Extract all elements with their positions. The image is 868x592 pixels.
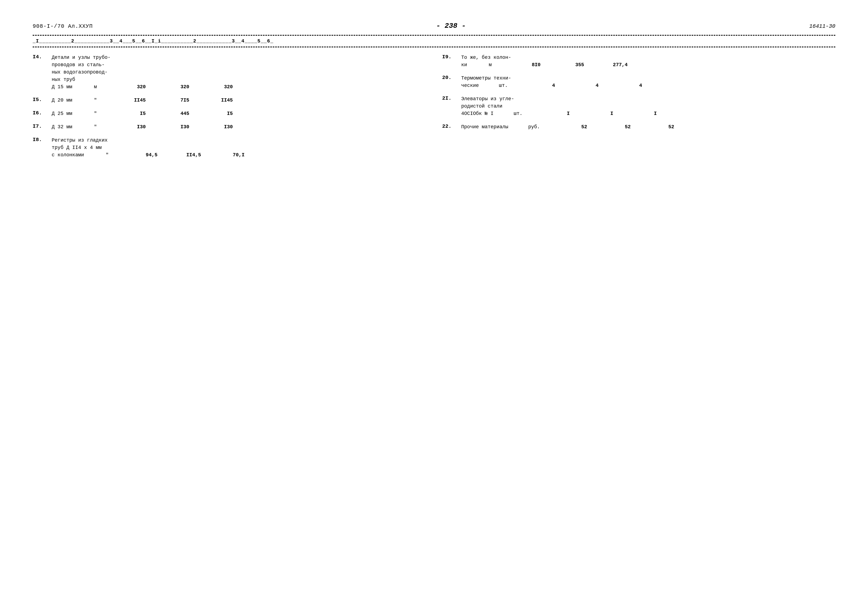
item-15-val3: II45 bbox=[206, 97, 233, 104]
item-15-unit: " bbox=[89, 97, 102, 104]
item-14-val3: 320 bbox=[206, 83, 233, 91]
right-column: I9. То же, без колон- ки м 8I0 355 277,4… bbox=[442, 54, 836, 165]
item-14-val2: 320 bbox=[162, 83, 189, 91]
item-19-val2: 355 bbox=[557, 61, 584, 69]
item-22-val3: 52 bbox=[647, 123, 674, 131]
item-15-number: I5. bbox=[32, 97, 49, 103]
item-21-unit: шт. bbox=[510, 110, 526, 117]
item-19-unit: м bbox=[484, 61, 497, 69]
item-20-val3: 4 bbox=[615, 82, 642, 89]
top-dashed-line bbox=[32, 35, 836, 36]
item-22-number: 22. bbox=[442, 123, 459, 129]
item-15-description: Д 20 мм " II45 7I5 II45 bbox=[52, 97, 426, 104]
item-16-val3: I5 bbox=[206, 110, 233, 117]
left-column: I4. Детали и узлы трубо- проводов из ста… bbox=[32, 54, 426, 165]
item-17-val2: I30 bbox=[162, 123, 189, 131]
item-18-unit: " bbox=[100, 151, 114, 159]
item-19-val3: 277,4 bbox=[601, 61, 628, 69]
header-center-text: - 238 - bbox=[436, 22, 466, 30]
item-16-val1: I5 bbox=[119, 110, 146, 117]
item-14-description: Детали и узлы трубо- проводов из сталь- … bbox=[52, 54, 426, 91]
item-19-row: I9. То же, без колон- ки м 8I0 355 277,4 bbox=[442, 54, 836, 69]
item-21-description: Элеваторы из угле- родистой стали 4ОСIOб… bbox=[461, 95, 836, 117]
item-22-row: 22. Прочие материалы руб. 52 52 52 bbox=[442, 123, 836, 131]
item-14-row: I4. Детали и узлы трубо- проводов из ста… bbox=[32, 54, 426, 91]
item-17-val1: I30 bbox=[119, 123, 146, 131]
item-18-val1: 94,5 bbox=[130, 151, 158, 159]
item-18-val3: 70,I bbox=[217, 151, 245, 159]
item-21-val1: I bbox=[543, 110, 570, 117]
item-20-val1: 4 bbox=[528, 82, 555, 89]
item-22-description: Прочие материалы руб. 52 52 52 bbox=[461, 123, 836, 131]
item-14-number: I4. bbox=[32, 54, 49, 60]
item-16-unit: " bbox=[89, 110, 102, 117]
item-20-row: 20. Термометры техни- ческие шт. 4 4 4 bbox=[442, 75, 836, 89]
item-20-unit: шт. bbox=[495, 82, 512, 89]
item-17-unit: " bbox=[89, 123, 102, 131]
item-21-row: 2I. Элеваторы из угле- родистой стали 4О… bbox=[442, 95, 836, 117]
page-header: 908-I-/70 Ал.XXУП - 238 - 16411-30 bbox=[32, 22, 836, 30]
item-16-number: I6. bbox=[32, 110, 49, 116]
item-15-row: I5. Д 20 мм " II45 7I5 II45 bbox=[32, 97, 426, 104]
item-20-number: 20. bbox=[442, 75, 459, 81]
item-21-number: 2I. bbox=[442, 95, 459, 101]
item-17-val3: I30 bbox=[206, 123, 233, 131]
item-21-val2: I bbox=[586, 110, 613, 117]
ruler-dashed-line bbox=[32, 47, 836, 47]
item-19-number: I9. bbox=[442, 54, 459, 60]
item-17-row: I7. Д 32 мм " I30 I30 I30 bbox=[32, 123, 426, 131]
column-ruler: _I__________2___________3__4___5__6__I_i… bbox=[32, 38, 836, 44]
item-19-description: То же, без колон- ки м 8I0 355 277,4 bbox=[461, 54, 836, 69]
item-16-description: Д 25 мм " I5 445 I5 bbox=[52, 110, 426, 117]
item-17-number: I7. bbox=[32, 123, 49, 129]
header-left-text: 908-I-/70 Ал.XXУП bbox=[32, 23, 93, 30]
item-15-val2: 7I5 bbox=[162, 97, 189, 104]
item-18-description: Регистры из гладких труб Д ІI4 х 4 мм с … bbox=[52, 137, 426, 159]
item-14-val1: 320 bbox=[119, 83, 146, 91]
item-20-description: Термометры техни- ческие шт. 4 4 4 bbox=[461, 75, 836, 89]
item-14-unit: м bbox=[89, 83, 102, 91]
item-15-val1: II45 bbox=[119, 97, 146, 104]
item-18-number: I8. bbox=[32, 137, 49, 143]
item-22-val2: 52 bbox=[604, 123, 631, 131]
item-20-val2: 4 bbox=[571, 82, 599, 89]
item-16-row: I6. Д 25 мм " I5 445 I5 bbox=[32, 110, 426, 117]
item-17-description: Д 32 мм " I30 I30 I30 bbox=[52, 123, 426, 131]
header-right-text: 16411-30 bbox=[809, 23, 836, 30]
content-area: I4. Детали и узлы трубо- проводов из ста… bbox=[32, 54, 836, 165]
item-21-val3: I bbox=[630, 110, 657, 117]
item-22-unit: руб. bbox=[525, 123, 544, 131]
item-18-val2: II4,5 bbox=[174, 151, 201, 159]
item-19-val1: 8I0 bbox=[514, 61, 541, 69]
item-22-val1: 52 bbox=[560, 123, 587, 131]
item-18-row: I8. Регистры из гладких труб Д ІI4 х 4 м… bbox=[32, 137, 426, 159]
item-16-val2: 445 bbox=[162, 110, 189, 117]
